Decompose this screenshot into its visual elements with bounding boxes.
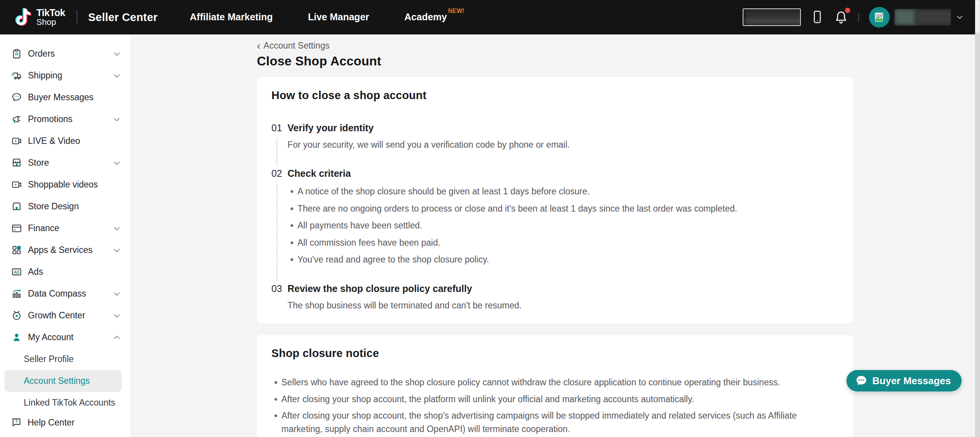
mobile-phone-icon[interactable] <box>811 10 824 25</box>
chevron-down-icon <box>112 49 122 59</box>
step-number: 03 <box>271 283 282 294</box>
step-title: Verify your identity <box>287 122 839 134</box>
page-title: Close Shop Account <box>257 54 853 68</box>
chevron-down-icon <box>112 114 122 124</box>
sidebar-item-promotions[interactable]: Promotions <box>0 108 130 130</box>
search-input[interactable] <box>743 8 801 26</box>
svg-text:?: ? <box>15 419 18 424</box>
top-nav-academy[interactable]: AcademyNEW! <box>404 11 464 23</box>
sidebar-item-growth-center[interactable]: Growth Center <box>0 305 130 326</box>
sidebar-item-orders[interactable]: Orders <box>0 43 130 65</box>
notice-bullet: After closing your shop account, the sho… <box>271 409 839 435</box>
step-title: Check criteria <box>287 168 839 179</box>
sidebar: OrdersShippingBuyer MessagesPromotionsLI… <box>0 34 130 437</box>
data-compass-icon <box>11 288 22 300</box>
sidebar-item-apps-services[interactable]: Apps & Services <box>0 239 130 261</box>
store-icon <box>11 157 22 169</box>
svg-text:AD: AD <box>14 270 20 274</box>
sidebar-item-shoppable-videos[interactable]: Shoppable videos <box>0 174 130 196</box>
step-description: For your security, we will send you a ve… <box>287 139 839 151</box>
product-name: Seller Center <box>88 11 158 24</box>
sidebar-item-help-center[interactable]: ? Help Center <box>0 408 130 437</box>
tiktok-note-icon <box>13 6 33 28</box>
sidebar-item-buyer-messages[interactable]: Buyer Messages <box>0 86 130 108</box>
chevron-down-icon <box>955 12 965 22</box>
finance-icon <box>11 223 22 234</box>
step-number: 01 <box>271 122 282 134</box>
chevron-down-icon <box>112 245 122 255</box>
scrollbar-thumb[interactable] <box>975 0 980 33</box>
notice-bullet: After closing your shop account, the pla… <box>271 393 839 406</box>
chevron-down-icon <box>112 311 122 321</box>
live-video-icon <box>11 135 22 147</box>
sidebar-subitem-account-settings[interactable]: Account Settings <box>5 370 122 392</box>
buyer-messages-icon <box>11 92 22 103</box>
how-to-close-card: How to close a shop account 01Verify you… <box>257 77 853 323</box>
page-scrollbar[interactable] <box>975 0 980 437</box>
criteria-bullet: All commission fees have been paid. <box>287 236 839 249</box>
ads-icon: AD <box>11 266 22 278</box>
tiktok-shop-logo[interactable]: TikTok Shop <box>13 6 65 28</box>
sidebar-item-data-compass[interactable]: Data Compass <box>0 283 130 305</box>
step-title: Review the shop closure policy carefully <box>287 283 839 294</box>
step-number: 02 <box>271 168 282 179</box>
criteria-bullet: You've read and agree to the shop closur… <box>287 253 839 266</box>
closure-step-01: 01Verify your identityFor your security,… <box>271 122 839 151</box>
new-badge: NEW! <box>448 8 464 14</box>
promotions-icon <box>11 114 22 125</box>
closure-step-03: 03Review the shop closure policy careful… <box>271 283 839 312</box>
sidebar-item-ads[interactable]: ADAds <box>0 261 130 283</box>
my-account-icon <box>11 332 22 343</box>
sidebar-item-store-design[interactable]: Store Design <box>0 196 130 217</box>
growth-center-icon <box>11 310 22 321</box>
sidebar-item-my-account[interactable]: My Account <box>0 326 130 348</box>
header-divider-2 <box>858 13 859 21</box>
sidebar-item-finance[interactable]: Finance <box>0 217 130 239</box>
chevron-down-icon <box>112 71 122 81</box>
chevron-left-icon: ‹ <box>257 42 260 50</box>
chevron-up-icon <box>112 333 122 342</box>
header-right-cluster <box>743 7 965 28</box>
shop-closure-notice-card: Shop closure notice Sellers who have agr… <box>257 335 853 437</box>
logo-wordmark: TikTok Shop <box>36 8 65 26</box>
sidebar-item-store[interactable]: Store <box>0 152 130 174</box>
step-description: The shop business will be terminated and… <box>287 299 839 312</box>
help-center-icon: ? <box>11 416 22 429</box>
account-menu[interactable] <box>869 7 965 28</box>
top-nav-live-manager[interactable]: Live Manager <box>308 11 369 23</box>
apps-services-icon <box>11 245 22 256</box>
header-divider <box>77 10 77 24</box>
shipping-icon <box>11 70 22 82</box>
closure-step-02: 02Check criteriaA notice of the shop clo… <box>271 168 839 266</box>
account-name-redacted <box>894 9 951 26</box>
criteria-bullet: All payments have been settled. <box>287 219 839 232</box>
chevron-down-icon <box>112 223 122 233</box>
shoppable-videos-icon <box>11 179 22 191</box>
notice-bullet: Sellers who have agreed to the shop clos… <box>271 376 839 389</box>
step-bullet-list: A notice of the shop closure should be g… <box>287 185 839 266</box>
sidebar-item-live-video[interactable]: LIVE & Video <box>0 130 130 152</box>
criteria-bullet: A notice of the shop closure should be g… <box>287 185 839 198</box>
orders-icon <box>11 48 22 60</box>
sidebar-subitem-seller-profile[interactable]: Seller Profile <box>0 348 130 370</box>
chevron-down-icon <box>112 158 122 168</box>
sidebar-item-shipping[interactable]: Shipping <box>0 65 130 86</box>
notice-card-heading: Shop closure notice <box>271 347 839 360</box>
chevron-down-icon <box>112 289 122 299</box>
criteria-bullet: There are no ongoing orders to process o… <box>287 202 839 215</box>
bell-icon[interactable] <box>834 9 848 25</box>
chat-bubble-icon <box>855 374 868 387</box>
avatar <box>869 7 890 28</box>
top-header: TikTok Shop Seller Center Affiliate Mark… <box>0 0 980 34</box>
store-design-icon <box>11 201 22 212</box>
breadcrumb-back-link[interactable]: ‹ Account Settings <box>257 41 330 51</box>
buyer-messages-float-button[interactable]: Buyer Messages <box>846 370 962 391</box>
notification-dot <box>845 8 850 13</box>
top-nav: Affiliate MarketingLive ManagerAcademyNE… <box>190 11 464 23</box>
top-nav-affiliate-marketing[interactable]: Affiliate Marketing <box>190 11 273 23</box>
how-card-heading: How to close a shop account <box>271 89 839 102</box>
